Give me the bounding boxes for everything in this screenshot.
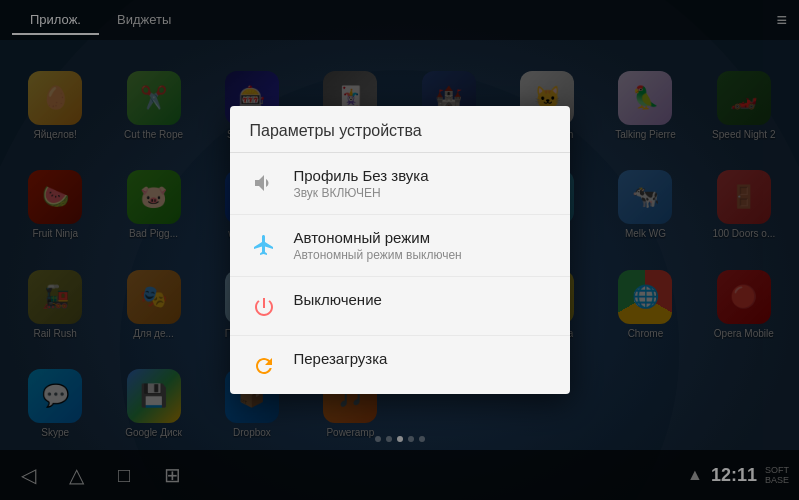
dialog-item-icon-sound [250,169,278,197]
dialog-item-airplane[interactable]: Автономный режимАвтономный режим выключе… [230,215,570,277]
dialog-item-icon-airplane [250,231,278,259]
dialog-item-title-airplane: Автономный режим [294,229,462,246]
dialog-item-text-power: Выключение [294,291,382,308]
dialog-title: Параметры устройства [230,106,570,153]
dialog-item-text-sound: Профиль Без звукаЗвук ВКЛЮЧЕН [294,167,429,200]
dialog-item-title-sound: Профиль Без звука [294,167,429,184]
dialog-item-power[interactable]: Выключение [230,277,570,336]
dialog-item-subtitle-airplane: Автономный режим выключен [294,248,462,262]
dialog-item-icon-restart [250,352,278,380]
dialog-items: Профиль Без звукаЗвук ВКЛЮЧЕНАвтономный … [230,153,570,394]
dialog-item-title-restart: Перезагрузка [294,350,388,367]
dialog-item-text-airplane: Автономный режимАвтономный режим выключе… [294,229,462,262]
dialog-item-subtitle-sound: Звук ВКЛЮЧЕН [294,186,429,200]
dialog-item-restart[interactable]: Перезагрузка [230,336,570,394]
dialog-item-icon-power [250,293,278,321]
device-settings-dialog: Параметры устройства Профиль Без звукаЗв… [230,106,570,394]
dialog-item-sound[interactable]: Профиль Без звукаЗвук ВКЛЮЧЕН [230,153,570,215]
dialog-item-title-power: Выключение [294,291,382,308]
dialog-item-text-restart: Перезагрузка [294,350,388,367]
dialog-overlay: Параметры устройства Профиль Без звукаЗв… [0,0,799,500]
